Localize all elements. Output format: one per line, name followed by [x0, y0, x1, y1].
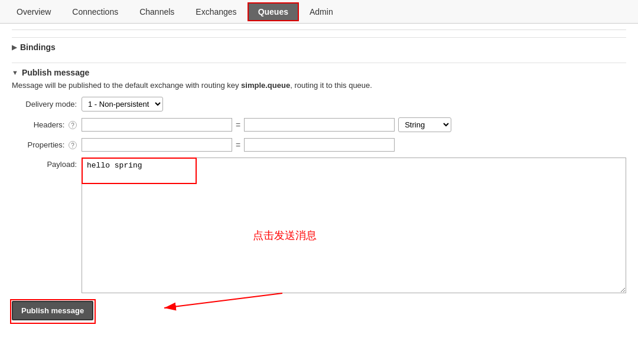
headers-value-input[interactable] [244, 118, 395, 132]
payload-label: Payload: [12, 158, 77, 169]
nav-item-admin[interactable]: Admin [299, 2, 344, 21]
delivery-mode-row: Delivery mode: 1 - Non-persistent 2 - Pe… [12, 97, 626, 112]
publish-section-label: Publish message [22, 68, 89, 77]
headers-label: Headers: ? [12, 120, 77, 130]
headers-equals: = [236, 120, 240, 130]
headers-row: Headers: ? = String Number Boolean [12, 117, 626, 132]
properties-label: Properties: ? [12, 140, 77, 150]
payload-textarea[interactable]: hello spring [82, 158, 626, 293]
nav-item-channels[interactable]: Channels [129, 2, 185, 21]
properties-help-icon[interactable]: ? [69, 141, 77, 149]
publish-routing-key: simple.queue [241, 81, 290, 90]
bindings-section-header[interactable]: Bindings [12, 37, 626, 55]
nav-item-connections[interactable]: Connections [61, 2, 129, 21]
payload-row: Payload: hello spring 点击发送消息 [12, 158, 626, 295]
publish-button-row: Publish message [12, 301, 626, 320]
headers-help-icon[interactable]: ? [69, 121, 77, 129]
publish-desc-prefix: Message will be published to the default… [12, 81, 241, 90]
delivery-mode-select[interactable]: 1 - Non-persistent 2 - Persistent [82, 97, 163, 112]
publish-arrow-icon [12, 69, 18, 76]
properties-equals: = [236, 140, 240, 150]
payload-textarea-wrapper: hello spring 点击发送消息 [82, 158, 626, 295]
bindings-arrow-icon [12, 44, 17, 51]
publish-section-header[interactable]: Publish message [12, 63, 626, 81]
properties-key-input[interactable] [82, 138, 232, 152]
publish-message-button[interactable]: Publish message [12, 301, 93, 320]
headers-type-select[interactable]: String Number Boolean [398, 117, 451, 132]
properties-inputs: = [82, 138, 395, 152]
delivery-mode-label: Delivery mode: [12, 100, 77, 109]
properties-value-input[interactable] [244, 138, 395, 152]
nav-item-exchanges[interactable]: Exchanges [185, 2, 247, 21]
publish-description: Message will be published to the default… [12, 81, 626, 90]
main-content: Bindings Publish message Message will be… [0, 24, 638, 326]
properties-label-text: Properties: [28, 140, 65, 149]
nav-item-queues[interactable]: Queues [248, 2, 299, 21]
publish-desc-suffix: , routing it to this queue. [290, 81, 372, 90]
navigation: Overview Connections Channels Exchanges … [0, 0, 638, 24]
headers-key-input[interactable] [82, 118, 232, 132]
bindings-section-label: Bindings [20, 42, 56, 52]
properties-row: Properties: ? = [12, 138, 626, 152]
headers-inputs: = String Number Boolean [82, 117, 451, 132]
publish-message-section: Publish message Message will be publishe… [12, 63, 626, 320]
bindings-section: Bindings [12, 29, 626, 59]
nav-item-overview[interactable]: Overview [6, 2, 61, 21]
headers-label-text: Headers: [34, 120, 65, 129]
